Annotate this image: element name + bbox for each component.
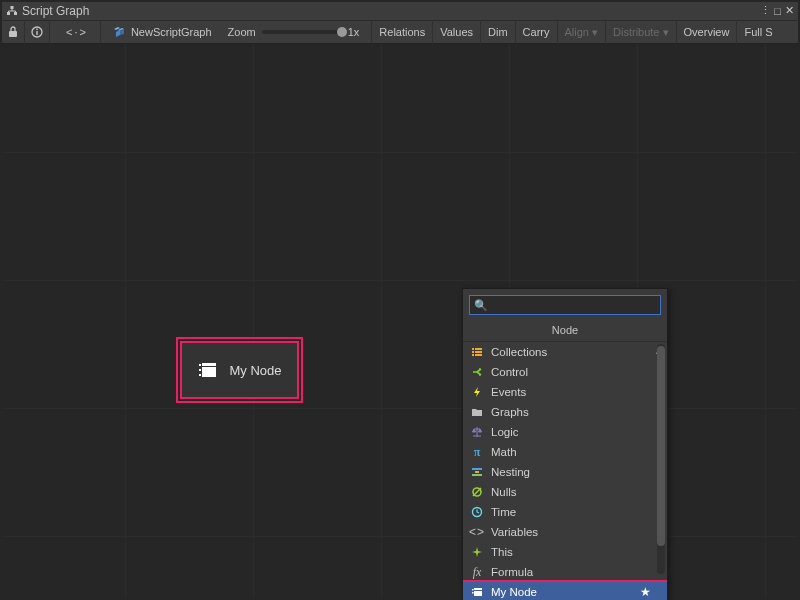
finder-item-nulls[interactable]: Nulls› (463, 482, 667, 502)
finder-item-label: Formula (491, 566, 661, 578)
svg-rect-10 (199, 369, 201, 371)
finder-item-label: Math (491, 446, 661, 458)
bolt-icon (469, 386, 485, 398)
relations-button[interactable]: Relations (371, 20, 432, 44)
svg-rect-3 (9, 31, 17, 37)
overview-button[interactable]: Overview (676, 20, 737, 44)
distribute-dropdown[interactable]: Distribute ▾ (605, 20, 676, 44)
nodeicon-icon (469, 586, 485, 598)
finder-item-this[interactable]: This (463, 542, 667, 562)
dim-button[interactable]: Dim (480, 20, 515, 44)
zoom-value: 1x (348, 26, 360, 38)
info-button[interactable] (25, 20, 50, 44)
finder-item-label: Logic (491, 426, 661, 438)
svg-rect-13 (475, 348, 482, 350)
finder-scrollbar[interactable]: ▲ (657, 344, 665, 574)
scale-icon (469, 426, 485, 438)
svg-rect-16 (472, 354, 474, 356)
svg-rect-8 (202, 367, 216, 377)
svg-rect-5 (36, 31, 37, 35)
fullscreen-button[interactable]: Full S (736, 20, 779, 44)
title-bar: Script Graph ⋮ □ ✕ (2, 2, 798, 20)
finder-list: Collections›Control›Events›Graphs›Logic›… (463, 342, 667, 600)
clock-icon (469, 506, 485, 518)
values-button[interactable]: Values (432, 20, 480, 44)
finder-item-math[interactable]: πMath› (463, 442, 667, 462)
svg-rect-23 (475, 471, 479, 473)
toolbar: <·> NewScriptGraph Zoom 1x Relations Val… (2, 20, 798, 44)
graph-asset-icon (113, 26, 125, 38)
svg-marker-20 (474, 387, 480, 397)
close-icon[interactable]: ✕ (785, 4, 794, 17)
nulls-icon (469, 486, 485, 498)
finder-item-label: Collections (491, 346, 661, 358)
finder-item-label: My Node (491, 586, 640, 598)
svg-rect-15 (475, 351, 482, 353)
svg-rect-0 (7, 12, 10, 15)
svg-marker-27 (472, 547, 482, 557)
finder-item-label: Variables (491, 526, 661, 538)
svg-rect-6 (36, 29, 37, 30)
finder-title: Node (463, 321, 667, 342)
finder-item-my-node[interactable]: My Node★▾ (463, 582, 667, 600)
graph-canvas[interactable]: My Node 🔍 Node Collections›Control›Event… (2, 44, 798, 598)
svg-rect-14 (472, 351, 474, 353)
fx-icon: fx (469, 565, 485, 580)
folder-icon (469, 406, 485, 418)
node-icon (197, 359, 219, 381)
finder-item-formula[interactable]: fxFormula (463, 562, 667, 582)
kebab-menu-icon[interactable]: ⋮ (760, 4, 770, 17)
svg-rect-12 (472, 348, 474, 350)
graph-node-my-node[interactable]: My Node (180, 341, 299, 399)
finder-item-variables[interactable]: <>Variables› (463, 522, 667, 542)
finder-item-label: Nulls (491, 486, 661, 498)
lock-button[interactable] (2, 20, 25, 44)
finder-item-events[interactable]: Events› (463, 382, 667, 402)
svg-rect-7 (202, 363, 216, 366)
zoom-control: Zoom 1x (220, 26, 368, 38)
node-label: My Node (229, 363, 281, 378)
pi-icon: π (469, 445, 485, 460)
search-icon: 🔍 (474, 299, 488, 312)
finder-item-control[interactable]: Control› (463, 362, 667, 382)
finder-item-collections[interactable]: Collections› (463, 342, 667, 362)
svg-rect-2 (11, 6, 14, 9)
window-title: Script Graph (22, 4, 89, 18)
graph-type-icon (6, 5, 18, 17)
finder-item-logic[interactable]: Logic› (463, 422, 667, 442)
finder-item-label: Time (491, 506, 661, 518)
zoom-slider[interactable] (262, 30, 342, 34)
finder-search-input[interactable] (490, 299, 656, 311)
svg-rect-11 (199, 374, 201, 376)
svg-rect-30 (472, 589, 474, 591)
svg-rect-28 (474, 588, 482, 590)
finder-item-label: This (491, 546, 661, 558)
nest-icon (469, 466, 485, 478)
branch-icon (469, 366, 485, 378)
svg-rect-29 (474, 591, 482, 596)
finder-item-time[interactable]: Time› (463, 502, 667, 522)
finder-item-graphs[interactable]: Graphs› (463, 402, 667, 422)
finder-item-label: Events (491, 386, 661, 398)
star4-icon (469, 546, 485, 558)
finder-item-label: Nesting (491, 466, 661, 478)
svg-rect-9 (199, 364, 201, 366)
scrollbar-thumb[interactable] (657, 346, 665, 546)
variables-button[interactable]: <·> (54, 20, 101, 44)
svg-rect-1 (14, 12, 17, 15)
finder-search[interactable]: 🔍 (469, 295, 661, 315)
favorite-star-icon[interactable]: ★ (640, 585, 651, 599)
finder-item-label: Graphs (491, 406, 661, 418)
svg-rect-22 (472, 474, 482, 476)
zoom-label: Zoom (228, 26, 256, 38)
svg-rect-21 (472, 468, 482, 470)
node-finder-popup: 🔍 Node Collections›Control›Events›Graphs… (462, 288, 668, 600)
breadcrumb[interactable]: NewScriptGraph (105, 26, 220, 38)
vars-icon: <> (469, 525, 485, 539)
carry-button[interactable]: Carry (515, 20, 557, 44)
finder-item-label: Control (491, 366, 661, 378)
maximize-icon[interactable]: □ (774, 5, 781, 17)
finder-item-nesting[interactable]: Nesting› (463, 462, 667, 482)
svg-rect-31 (472, 592, 474, 594)
align-dropdown[interactable]: Align ▾ (557, 20, 606, 44)
